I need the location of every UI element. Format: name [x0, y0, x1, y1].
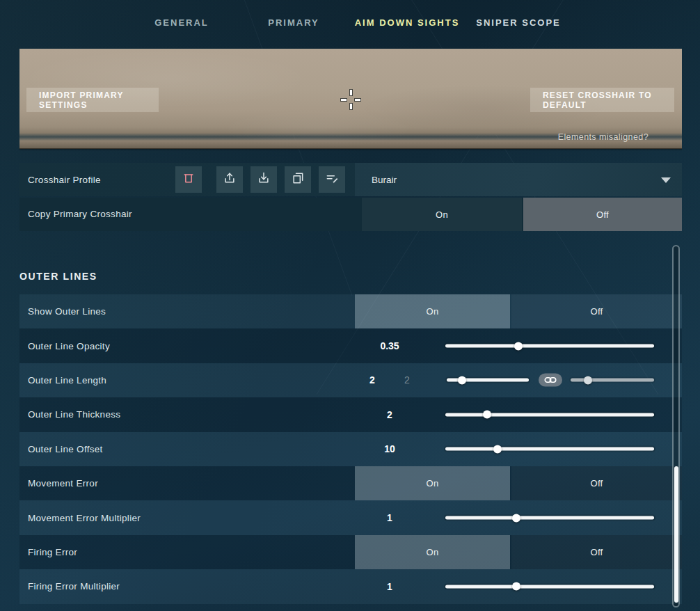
link-values-toggle[interactable]	[539, 374, 562, 387]
setting-value: 10	[355, 432, 424, 466]
duplicate-profile-button[interactable]	[285, 166, 311, 193]
tab-general[interactable]: GENERAL	[154, 17, 209, 28]
row-movement-error-multiplier: Movement Error Multiplier 1	[19, 500, 682, 534]
row-firing-error: Firing Error On Off	[19, 535, 682, 569]
profile-dropdown[interactable]: Burair	[355, 163, 682, 196]
copy-primary-crosshair-row: Copy Primary Crosshair On Off	[19, 198, 682, 231]
setting-label: Movement Error Multiplier	[19, 500, 141, 534]
crosshair-profile-row: Crosshair Profile	[19, 163, 682, 196]
slider-thumb[interactable]	[584, 376, 592, 384]
tab-aim-down-sights[interactable]: AIM DOWN SIGHTS	[355, 17, 460, 28]
setting-label: Outer Line Thickness	[19, 397, 120, 431]
chevron-down-icon	[661, 177, 671, 183]
slider-thumb[interactable]	[512, 514, 520, 522]
copy-icon	[291, 171, 305, 188]
slider-thumb[interactable]	[483, 411, 491, 419]
edit-icon	[325, 171, 339, 188]
copy-primary-on-button[interactable]: On	[362, 198, 522, 231]
outer-line-offset-slider[interactable]	[445, 447, 654, 451]
import-profile-button[interactable]	[216, 166, 243, 193]
crosshair-outer-line-bottom	[349, 103, 353, 110]
elements-misaligned-link[interactable]: Elements misaligned?	[558, 132, 649, 142]
outer-lines-section-title: OUTER LINES	[19, 271, 97, 282]
setting-value: 1	[355, 569, 424, 603]
tab-primary[interactable]: PRIMARY	[268, 17, 319, 28]
setting-label: Outer Line Opacity	[19, 328, 110, 363]
movement-error-on-button[interactable]: On	[355, 466, 510, 500]
rename-profile-button[interactable]	[319, 166, 345, 193]
crosshair-outer-line-right	[354, 98, 361, 102]
slider-thumb[interactable]	[514, 342, 523, 350]
crosshair-profile-label: Crosshair Profile	[19, 175, 101, 185]
tab-sniper-scope[interactable]: SNIPER SCOPE	[476, 17, 561, 28]
setting-label: Firing Error	[19, 535, 77, 569]
setting-value-linked: 2	[390, 363, 424, 397]
delete-profile-button[interactable]	[175, 166, 202, 193]
crosshair-outer-line-top	[349, 89, 353, 96]
movement-error-multiplier-slider[interactable]	[445, 516, 654, 520]
slider-thumb[interactable]	[493, 445, 502, 453]
import-primary-settings-button[interactable]: IMPORT PRIMARY SETTINGS	[26, 88, 159, 112]
crosshair-settings-page: GENERAL PRIMARY AIM DOWN SIGHTS SNIPER S…	[0, 0, 700, 611]
row-outer-line-offset: Outer Line Offset 10	[19, 432, 682, 466]
copy-primary-off-button[interactable]: Off	[523, 198, 682, 231]
row-outer-line-length: Outer Line Length 2 2	[19, 363, 682, 397]
crosshair-outer-line-left	[340, 98, 347, 102]
scrollbar-thumb[interactable]	[674, 466, 678, 603]
setting-label: Show Outer Lines	[19, 294, 106, 328]
trash-icon	[182, 171, 196, 188]
copy-primary-label: Copy Primary Crosshair	[19, 209, 132, 219]
download-icon	[257, 171, 271, 188]
outer-lines-settings-list: Show Outer Lines On Off Outer Line Opaci…	[19, 294, 682, 604]
firing-error-off-button[interactable]: Off	[511, 535, 682, 569]
row-movement-error: Movement Error On Off	[19, 466, 682, 500]
row-outer-line-thickness: Outer Line Thickness 2	[19, 397, 682, 431]
slider-thumb[interactable]	[458, 376, 466, 384]
upload-icon	[223, 171, 237, 188]
outer-line-length-slider[interactable]	[447, 379, 529, 382]
profile-action-buttons	[175, 166, 353, 193]
setting-label: Movement Error	[19, 466, 98, 500]
slider-thumb[interactable]	[512, 582, 520, 591]
setting-value: 2	[355, 397, 424, 431]
reset-crosshair-button[interactable]: RESET CROSSHAIR TO DEFAULT	[530, 88, 674, 112]
setting-label: Firing Error Multiplier	[19, 569, 120, 603]
setting-value: 0.35	[355, 328, 424, 363]
outer-line-thickness-slider[interactable]	[445, 413, 654, 416]
setting-value: 1	[355, 500, 424, 534]
link-icon	[544, 374, 557, 386]
export-profile-button[interactable]	[250, 166, 277, 193]
profile-dropdown-value: Burair	[355, 175, 397, 185]
scrollbar-track[interactable]	[672, 245, 680, 608]
setting-label: Outer Line Length	[19, 363, 106, 397]
movement-error-off-button[interactable]: Off	[511, 466, 682, 500]
firing-error-multiplier-slider[interactable]	[445, 585, 654, 588]
outer-line-opacity-slider[interactable]	[445, 344, 654, 348]
show-outer-lines-on-button[interactable]: On	[355, 294, 510, 328]
setting-value: 2	[355, 363, 390, 397]
row-outer-line-opacity: Outer Line Opacity 0.35	[19, 328, 682, 363]
show-outer-lines-off-button[interactable]: Off	[511, 294, 682, 328]
row-show-outer-lines: Show Outer Lines On Off	[19, 294, 682, 328]
outer-line-length-slider-linked[interactable]	[571, 379, 654, 382]
setting-label: Outer Line Offset	[19, 432, 103, 466]
crosshair-preview: IMPORT PRIMARY SETTINGS RESET CROSSHAIR …	[19, 49, 682, 149]
firing-error-on-button[interactable]: On	[355, 535, 510, 569]
row-firing-error-multiplier: Firing Error Multiplier 1	[19, 569, 682, 603]
